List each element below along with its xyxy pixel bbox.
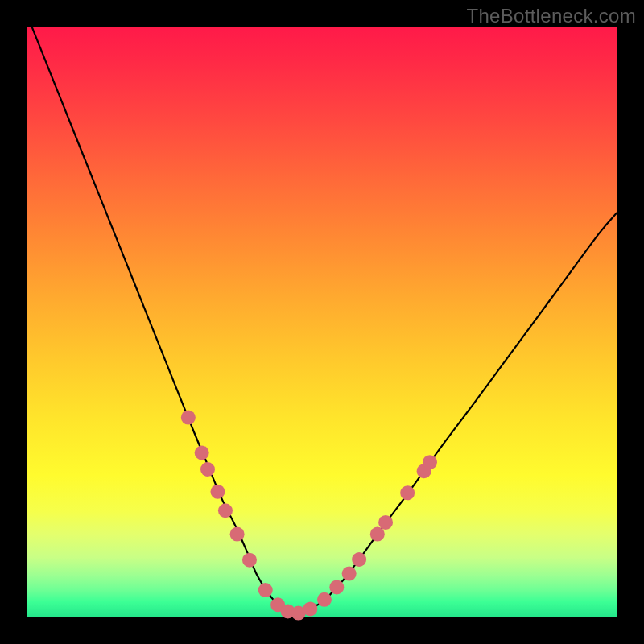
curve-marker: [370, 527, 385, 542]
curve-marker: [200, 462, 215, 477]
curve-marker: [195, 446, 209, 460]
curve-marker: [400, 485, 415, 500]
curve-marker: [218, 503, 233, 518]
curve-marker: [303, 601, 317, 616]
curve-marker: [378, 515, 393, 530]
curve-marker: [342, 567, 357, 581]
curve-marker: [230, 527, 245, 542]
curve-marker: [329, 580, 344, 594]
curve-marker: [210, 485, 225, 499]
attribution-text: TheBottleneck.com: [466, 5, 636, 27]
curve-marker: [258, 583, 273, 597]
curve-marker: [181, 411, 196, 425]
curve-marker: [423, 455, 437, 469]
curve-marker: [242, 553, 257, 568]
bottleneck-curve: [27, 15, 617, 613]
curve-markers: [181, 411, 437, 621]
chart-root: TheBottleneck.com: [0, 0, 644, 644]
curve-marker: [352, 552, 366, 567]
curve-marker: [317, 592, 332, 607]
chart-svg: [27, 27, 617, 617]
